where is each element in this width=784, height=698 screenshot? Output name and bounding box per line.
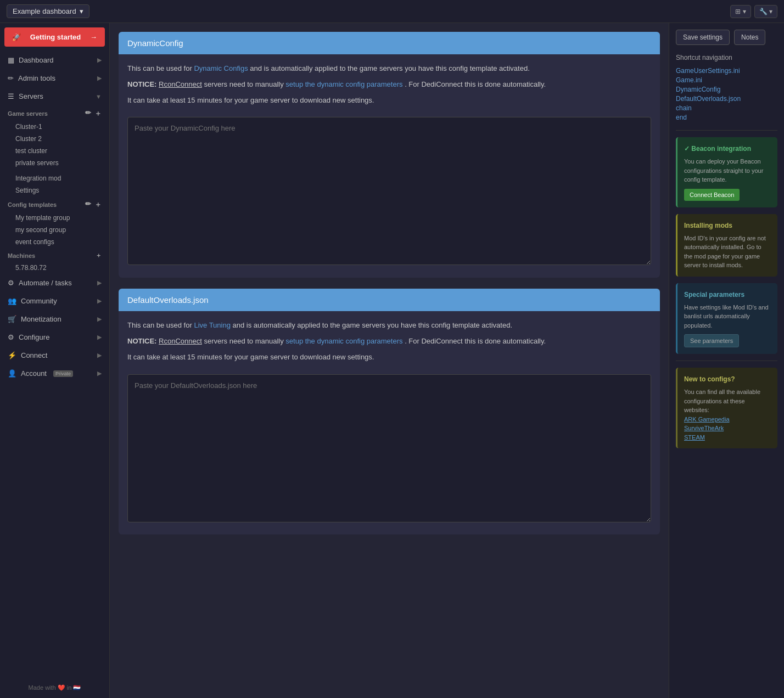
sidebar-item-dashboard[interactable]: ▦ Dashboard ▶: [0, 51, 109, 69]
dynamic-config-textarea[interactable]: [127, 117, 651, 265]
template-group-1[interactable]: My template group: [0, 212, 109, 224]
add-machine-icon[interactable]: ＋: [96, 251, 102, 260]
game-server-cluster1[interactable]: Cluster-1: [0, 121, 109, 133]
new-configs-title: New to configs?: [684, 374, 771, 384]
sidebar-main-section: ▦ Dashboard ▶ ✏ Admin tools ▶ ☰ Servers …: [0, 51, 109, 382]
intro-rest-2: and is automatically applied to the game…: [233, 321, 512, 329]
settings-item[interactable]: Settings: [0, 184, 109, 196]
template-group-2[interactable]: my second group: [0, 224, 109, 236]
sidebar-admin-label: Admin tools: [18, 74, 55, 82]
live-tuning-link[interactable]: Live Tuning: [194, 321, 231, 329]
dynamic-configs-link[interactable]: Dynamic Configs: [194, 64, 248, 72]
getting-started-label: Getting started: [30, 33, 81, 41]
see-parameters-button[interactable]: See parameters: [684, 334, 739, 347]
add-icon[interactable]: ＋: [94, 109, 102, 119]
wait-text: It can take at least 15 minutes for your…: [127, 95, 651, 106]
getting-started-button[interactable]: 🚀 Getting started →: [4, 27, 105, 47]
grid-icon-button[interactable]: ⊞ ▾: [730, 5, 751, 18]
rcon-connect-text: RconConnect: [159, 80, 202, 88]
steam-link[interactable]: STEAM: [684, 433, 771, 442]
special-card-body: Have settings like Mod ID's and banlist …: [684, 303, 771, 330]
notes-button[interactable]: Notes: [734, 30, 765, 45]
intro-rest: and is automatically applied to the game…: [250, 64, 529, 72]
wrench-icon-button[interactable]: 🔧 ▾: [754, 5, 777, 18]
installing-mods-card: Installing mods Mod ID's in your config …: [676, 214, 777, 277]
connect-beacon-button[interactable]: Connect Beacon: [684, 189, 740, 201]
sidebar-automate-label: Automate / tasks: [19, 279, 72, 287]
chevron-right-icon: ▶: [97, 297, 102, 305]
dynamic-config-title: DynamicConfig: [127, 38, 183, 48]
dynamic-config-header: DynamicConfig: [119, 32, 660, 54]
sidebar-item-admin-tools[interactable]: ✏ Admin tools ▶: [0, 69, 109, 87]
chevron-right-icon: ▶: [97, 370, 102, 377]
setup-link[interactable]: setup the dynamic config parameters: [285, 80, 402, 88]
template-group-3[interactable]: event configs: [0, 236, 109, 248]
shortcut-gameusersettings[interactable]: GameUserSettings.ini: [676, 67, 777, 75]
dynamic-config-notice: NOTICE: RconConnect servers need to manu…: [127, 79, 651, 91]
default-overloads-title: DefaultOverloads.json: [127, 295, 209, 305]
survivethearch-link[interactable]: SurviveTheArk: [684, 424, 771, 433]
dashboard-button[interactable]: Example dashboard ▾: [7, 4, 89, 18]
shortcut-game-ini[interactable]: Game.ini: [676, 76, 777, 84]
dynamic-config-body: This can be used for Dynamic Configs and…: [119, 54, 660, 278]
configure-icon: ⚙: [8, 333, 14, 341]
main-layout: 🚀 Getting started → ▦ Dashboard ▶ ✏ Admi…: [0, 23, 784, 698]
game-server-test-cluster[interactable]: test cluster: [0, 145, 109, 157]
edit-config-icon[interactable]: ✏: [85, 200, 91, 210]
sidebar: 🚀 Getting started → ▦ Dashboard ▶ ✏ Admi…: [0, 23, 110, 698]
dashboard-label: Example dashboard: [13, 7, 76, 15]
machine-ip[interactable]: 5.78.80.72: [0, 262, 109, 274]
config-templates-icons: ✏ ＋: [85, 200, 102, 210]
mods-card-body: Mod ID's in your config are not automati…: [684, 234, 771, 270]
config-templates-label: Config templates: [8, 201, 57, 208]
game-servers-header: Game servers ✏ ＋: [0, 105, 109, 121]
divider-2: [676, 361, 777, 361]
setup-link-2[interactable]: setup the dynamic config parameters: [285, 337, 402, 345]
right-panel-actions: Save settings Notes: [676, 30, 777, 45]
shortcut-chain[interactable]: chain: [676, 104, 777, 112]
sidebar-item-connect[interactable]: ⚡ Connect ▶: [0, 346, 109, 364]
sidebar-community-label: Community: [21, 297, 57, 305]
game-server-cluster2[interactable]: Cluster 2: [0, 133, 109, 145]
wait-text-2: It can take at least 15 minutes for your…: [127, 352, 651, 363]
game-server-private[interactable]: private servers: [0, 157, 109, 169]
monetization-icon: 🛒: [8, 315, 16, 323]
footer-text: Made with ❤️ in 🇳🇱: [29, 684, 81, 691]
shortcut-defaultoverloads[interactable]: DefaultOverloads.json: [676, 95, 777, 103]
private-badge: Private: [53, 370, 73, 377]
sidebar-item-monetization[interactable]: 🛒 Monetization ▶: [0, 310, 109, 328]
dashboard-icon: ▦: [8, 56, 14, 64]
grid-icon: ⊞ ▾: [735, 8, 746, 15]
game-servers-icons: ✏ ＋: [85, 109, 102, 119]
default-overloads-intro: This can be used for Live Tuning and is …: [127, 320, 651, 331]
shortcut-dynamicconfig[interactable]: DynamicConfig: [676, 86, 777, 93]
sidebar-item-servers[interactable]: ☰ Servers ▼: [0, 87, 109, 105]
notice-label: NOTICE:: [127, 80, 156, 88]
chevron-right-icon: ▶: [97, 316, 102, 323]
shortcut-end[interactable]: end: [676, 114, 777, 121]
sidebar-item-automate[interactable]: ⚙ Automate / tasks ▶: [0, 274, 109, 292]
chevron-right-icon: ▶: [97, 352, 102, 359]
getting-started-icon: 🚀: [12, 33, 21, 41]
edit-icon[interactable]: ✏: [85, 109, 91, 119]
add-config-icon[interactable]: ＋: [94, 200, 102, 210]
sidebar-servers-label: Servers: [19, 92, 43, 100]
save-settings-button[interactable]: Save settings: [676, 30, 730, 45]
notice-rest-2: . For DediConnect this is done automatic…: [405, 337, 546, 345]
automate-icon: ⚙: [8, 279, 14, 287]
default-overloads-textarea[interactable]: [127, 374, 651, 522]
integration-mod-item[interactable]: Integration mod: [0, 172, 109, 184]
chevron-right-icon: ▶: [97, 75, 102, 82]
new-to-configs-card: New to configs? You can find all the ava…: [676, 368, 777, 448]
ark-gamepedia-link[interactable]: ARK Gamepedia: [684, 415, 771, 424]
beacon-card-title: ✓ Beacon integration: [684, 144, 771, 154]
sidebar-account-label: Account: [21, 369, 47, 378]
sidebar-item-configure[interactable]: ⚙ Configure ▶: [0, 328, 109, 346]
notice-text: servers need to manually: [204, 80, 285, 88]
sidebar-monetization-label: Monetization: [21, 315, 61, 323]
sidebar-item-community[interactable]: 👥 Community ▶: [0, 292, 109, 310]
dynamic-config-card: DynamicConfig This can be used for Dynam…: [119, 32, 660, 278]
sidebar-item-account[interactable]: 👤 Account Private ▶: [0, 364, 109, 382]
intro-text-2: This can be used for: [127, 321, 192, 329]
chevron-right-icon: ▶: [97, 334, 102, 341]
